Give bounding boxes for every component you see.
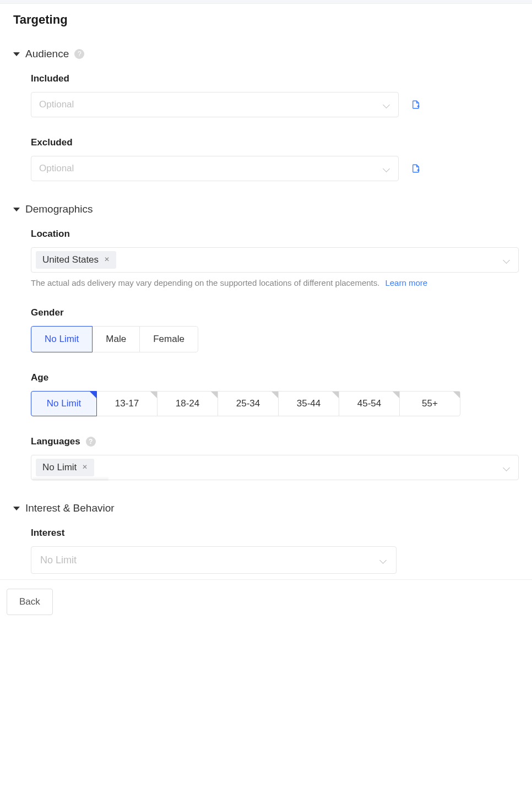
section-title-demographics: Demographics <box>25 203 93 215</box>
chevron-down-icon <box>383 165 390 172</box>
gender-option-nolimit[interactable]: No Limit <box>31 326 93 352</box>
gender-option-male[interactable]: Male <box>92 326 140 352</box>
corner-icon <box>90 392 96 398</box>
languages-tag: No Limit ✕ <box>36 459 94 476</box>
section-header-interest[interactable]: Interest & Behavior <box>13 502 519 514</box>
back-button[interactable]: Back <box>7 589 53 615</box>
languages-label: Languages ? <box>31 436 519 447</box>
included-placeholder: Optional <box>39 99 74 110</box>
age-option-35-44[interactable]: 35-44 <box>278 391 339 416</box>
section-header-demographics[interactable]: Demographics <box>13 203 519 215</box>
included-select[interactable]: Optional <box>31 92 399 117</box>
chevron-down-icon <box>503 464 511 471</box>
gender-label: Gender <box>31 307 519 318</box>
age-option-25-34[interactable]: 25-34 <box>218 391 279 416</box>
included-label: Included <box>31 73 519 84</box>
location-label: Location <box>31 229 519 240</box>
learn-more-link[interactable]: Learn more <box>385 278 427 287</box>
age-option-55plus[interactable]: 55+ <box>399 391 460 416</box>
file-add-icon[interactable] <box>411 99 421 110</box>
interest-select[interactable]: No Limit <box>31 546 397 574</box>
interest-placeholder: No Limit <box>40 555 77 566</box>
location-hint: The actual ads delivery may vary dependi… <box>31 278 379 287</box>
remove-tag-icon[interactable]: ✕ <box>82 464 90 471</box>
age-option-45-54[interactable]: 45-54 <box>339 391 400 416</box>
age-option-18-24[interactable]: 18-24 <box>157 391 218 416</box>
location-tag: United States ✕ <box>36 251 116 269</box>
help-icon[interactable]: ? <box>86 437 96 447</box>
languages-select[interactable]: No Limit ✕ <box>31 455 519 480</box>
gender-option-female[interactable]: Female <box>139 326 198 352</box>
caret-down-icon <box>13 52 20 56</box>
location-select[interactable]: United States ✕ <box>31 247 519 273</box>
excluded-label: Excluded <box>31 137 519 148</box>
corner-icon <box>211 392 218 398</box>
chevron-down-icon <box>379 556 387 564</box>
interest-label: Interest <box>31 528 519 539</box>
footer-bar: Back <box>0 579 532 628</box>
caret-down-icon <box>13 208 20 211</box>
gender-segmented: No Limit Male Female <box>31 326 198 352</box>
excluded-select[interactable]: Optional <box>31 156 399 181</box>
section-header-audience[interactable]: Audience ? <box>13 48 519 60</box>
age-option-13-17[interactable]: 13-17 <box>96 391 158 416</box>
top-border <box>0 0 532 4</box>
chevron-down-icon <box>383 101 390 108</box>
remove-tag-icon[interactable]: ✕ <box>104 256 112 264</box>
age-label: Age <box>31 372 519 383</box>
corner-icon <box>150 392 157 398</box>
languages-tag-text: No Limit <box>42 462 77 473</box>
page-title: Targeting <box>13 13 519 27</box>
caret-down-icon <box>13 507 20 510</box>
age-segmented: No Limit 13-17 18-24 25-34 35-44 45-54 5… <box>31 391 460 416</box>
help-icon[interactable]: ? <box>74 49 84 59</box>
file-add-icon[interactable] <box>411 163 421 174</box>
excluded-placeholder: Optional <box>39 163 74 174</box>
corner-icon <box>453 392 460 398</box>
corner-icon <box>272 392 278 398</box>
corner-icon <box>393 392 399 398</box>
corner-icon <box>332 392 339 398</box>
location-tag-text: United States <box>42 254 99 265</box>
chevron-down-icon <box>503 256 511 264</box>
section-title-audience: Audience <box>25 48 69 60</box>
age-option-nolimit[interactable]: No Limit <box>31 391 97 416</box>
section-title-interest: Interest & Behavior <box>25 502 115 514</box>
